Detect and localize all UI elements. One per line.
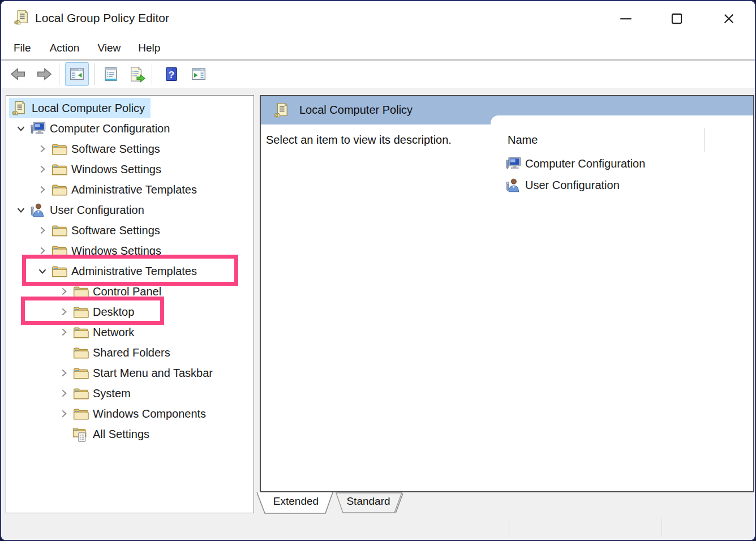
chevron-right-icon[interactable] <box>34 142 51 156</box>
chevron-right-icon[interactable] <box>34 224 51 237</box>
chevron-right-icon[interactable] <box>55 366 72 380</box>
tree-item-all-settings[interactable]: All Settings <box>6 424 303 444</box>
status-bar <box>2 515 754 540</box>
menu-file[interactable]: File <box>14 42 31 54</box>
chevron-right-icon[interactable] <box>55 407 72 420</box>
tree-item-local-computer-policy[interactable]: Local Computer Policy <box>6 98 256 118</box>
all-settings-icon <box>72 426 89 443</box>
annotation-box-desktop <box>21 297 164 325</box>
minimize-icon <box>618 11 633 26</box>
tree-item-network[interactable]: Network <box>6 322 303 342</box>
toolbar-separator <box>94 63 95 85</box>
chevron-down-icon[interactable] <box>12 203 29 217</box>
tab-standard[interactable]: Standard <box>337 495 400 508</box>
computer-icon <box>505 155 522 172</box>
toolbar-separator <box>152 63 152 85</box>
gpedit-scroll-icon <box>12 9 29 26</box>
status-bar-divider <box>509 518 509 536</box>
tree-item-system[interactable]: System <box>6 383 303 403</box>
folder-icon <box>72 364 89 381</box>
show-console-tree-button[interactable] <box>65 62 89 86</box>
back-button[interactable] <box>7 63 29 85</box>
menu-help[interactable]: Help <box>138 42 160 54</box>
minimize-button[interactable] <box>612 8 639 29</box>
title-bar: Local Group Policy Editor <box>1 1 755 36</box>
show-console-tree-icon <box>68 66 85 83</box>
help-icon <box>164 66 179 83</box>
tree-item-computer-administrative-templates[interactable]: Administrative Templates <box>6 179 281 200</box>
chevron-right-icon[interactable] <box>55 387 72 400</box>
chevron-down-icon[interactable] <box>12 122 29 135</box>
tree-item-windows-components[interactable]: Windows Components <box>6 403 303 424</box>
folder-icon <box>51 222 68 239</box>
chevron-right-icon[interactable] <box>34 183 51 196</box>
export-list-icon <box>128 66 145 83</box>
forward-button[interactable] <box>33 63 55 85</box>
show-action-pane-button[interactable] <box>187 63 210 85</box>
computer-icon <box>29 120 46 137</box>
window-title: Local Group Policy Editor <box>35 11 169 25</box>
chevron-placeholder <box>55 427 72 441</box>
tree-item-user-software-settings[interactable]: Software Settings <box>6 220 281 241</box>
maximize-icon <box>669 11 684 26</box>
maximize-button[interactable] <box>663 8 690 29</box>
menu-bar: File Action View Help <box>1 36 755 61</box>
folder-icon <box>51 161 68 178</box>
menu-action[interactable]: Action <box>50 42 80 54</box>
chevron-placeholder <box>55 346 72 359</box>
export-list-button[interactable] <box>126 63 148 85</box>
chevron-right-icon[interactable] <box>55 325 72 339</box>
user-icon <box>29 201 46 218</box>
help-button[interactable] <box>160 63 183 85</box>
annotation-box-administrative-templates <box>22 255 238 286</box>
menu-view[interactable]: View <box>97 42 121 54</box>
properties-button[interactable] <box>100 63 122 85</box>
user-icon <box>505 177 522 194</box>
result-pane-title: Local Computer Policy <box>299 104 413 117</box>
list-item-user-configuration[interactable]: User Configuration <box>505 174 620 196</box>
list-item-computer-configuration[interactable]: Computer Configuration <box>505 153 645 174</box>
result-pane: Local Computer Policy Select an item to … <box>260 95 754 492</box>
tree-item-user-configuration[interactable]: User Configuration <box>6 200 260 220</box>
properties-icon <box>102 66 119 83</box>
tree-item-computer-software-settings[interactable]: Software Settings <box>6 139 281 159</box>
description-text: Select an item to view its description. <box>266 134 452 147</box>
tree-item-start-menu-and-taskbar[interactable]: Start Menu and Taskbar <box>6 363 303 383</box>
column-header-name[interactable]: Name <box>508 134 538 147</box>
scroll-icon <box>272 102 289 119</box>
toolbar <box>1 61 755 88</box>
tab-extended[interactable]: Extended <box>265 495 327 508</box>
tree-item-shared-folders[interactable]: Shared Folders <box>6 342 303 363</box>
tree-item-computer-configuration[interactable]: Computer Configuration <box>6 118 260 139</box>
scroll-icon <box>10 100 27 117</box>
close-icon <box>721 11 736 26</box>
tree-item-computer-windows-settings[interactable]: Windows Settings <box>6 159 281 179</box>
back-arrow-icon <box>10 66 27 83</box>
status-bar-divider <box>662 518 662 536</box>
toolbar-separator <box>59 63 59 85</box>
show-action-pane-icon <box>190 66 207 83</box>
folder-icon <box>72 344 89 361</box>
folder-icon <box>72 405 89 422</box>
folder-icon <box>72 324 89 341</box>
folder-icon <box>72 385 89 402</box>
chevron-right-icon[interactable] <box>34 162 51 176</box>
folder-icon <box>51 181 68 198</box>
column-divider[interactable] <box>705 128 705 152</box>
folder-icon <box>51 140 68 157</box>
local-group-policy-editor-window: Local Group Policy Editor File Action Vi… <box>0 0 756 541</box>
forward-arrow-icon <box>36 66 53 83</box>
close-button[interactable] <box>715 8 742 29</box>
tree-selection-highlight: Local Computer Policy <box>9 98 151 118</box>
